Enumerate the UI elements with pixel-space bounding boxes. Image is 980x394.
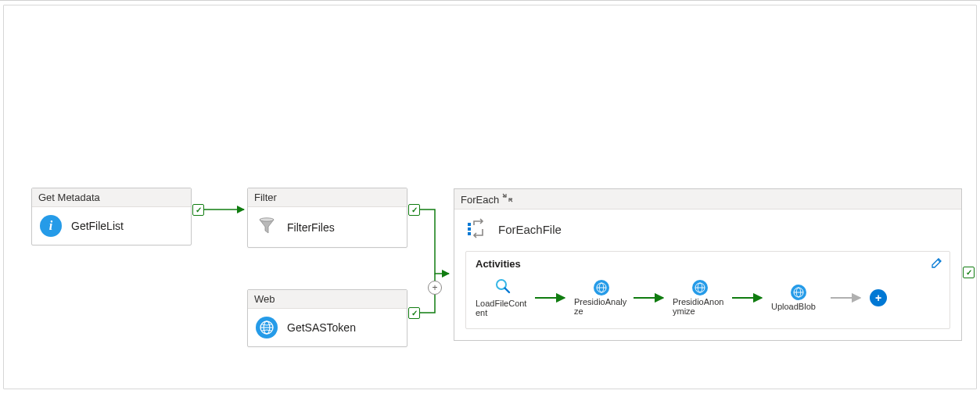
lookup-icon (494, 278, 512, 297)
window-top-border (0, 0, 980, 1)
svg-rect-5 (468, 227, 471, 231)
flow-arrow (732, 293, 766, 303)
globe-icon (594, 280, 609, 296)
inner-activity-presidioanonymize[interactable]: PresidioAnonymize (673, 280, 727, 316)
activity-web[interactable]: Web GetSASToken (247, 289, 407, 347)
edit-icon[interactable] (931, 256, 943, 271)
inner-activity-label: PresidioAnalyze (574, 297, 629, 316)
activity-filter[interactable]: Filter FilterFiles (247, 188, 407, 248)
svg-rect-6 (468, 232, 471, 235)
inner-activity-label: LoadFileContent (476, 299, 530, 317)
activity-header: Get Metadata (32, 188, 191, 207)
inner-activity-uploadblob[interactable]: UploadBlob (771, 285, 826, 311)
activity-type-label: Web (254, 293, 275, 305)
globe-icon (791, 285, 806, 300)
inner-activity-label: PresidioAnonymize (673, 297, 727, 316)
check-icon: ✓ (411, 309, 418, 317)
activity-name: GetFileList (71, 220, 124, 232)
check-icon: ✓ (966, 268, 972, 277)
inner-activity-presidioanalyze[interactable]: PresidioAnalyze (574, 280, 629, 316)
activity-name: FilterFiles (287, 221, 335, 234)
activity-header: Web (248, 290, 407, 309)
activity-name: ForEachFile (498, 223, 562, 236)
collapse-icon[interactable] (502, 194, 513, 206)
activity-name: GetSASToken (287, 321, 356, 334)
flow-arrow (535, 293, 569, 303)
flow-arrow (634, 293, 668, 303)
activities-panel: Activities LoadFileContent (465, 251, 950, 329)
info-icon: i (40, 215, 62, 237)
activity-header: Filter (248, 188, 407, 207)
svg-point-0 (260, 218, 274, 221)
activities-title: Activities (476, 258, 940, 270)
check-icon: ✓ (196, 206, 202, 214)
flow-arrow-end (831, 293, 865, 303)
svg-line-8 (505, 288, 510, 293)
funnel-icon (256, 215, 278, 239)
activity-foreach[interactable]: ForEach ForEachFile Activities (454, 188, 962, 341)
success-badge: ✓ (408, 204, 420, 216)
svg-rect-4 (468, 223, 471, 226)
activity-get-metadata[interactable]: Get Metadata i GetFileList (31, 188, 192, 245)
activity-type-label: Get Metadata (38, 192, 100, 203)
add-branch-button[interactable]: + (428, 281, 442, 295)
success-badge: ✓ (963, 267, 975, 278)
foreach-icon (465, 217, 487, 242)
activities-row: LoadFileContent PresidioAnalyze (476, 278, 940, 317)
inner-activity-label: UploadBlob (771, 302, 826, 311)
globe-icon (256, 317, 278, 338)
success-badge: ✓ (192, 204, 204, 216)
check-icon: ✓ (411, 206, 418, 214)
success-badge: ✓ (408, 307, 420, 319)
activity-type-label: Filter (254, 192, 277, 203)
activity-header: ForEach (454, 189, 961, 210)
inner-activity-loadfilecontent[interactable]: LoadFileContent (476, 278, 530, 317)
globe-icon (692, 280, 708, 296)
activity-type-label: ForEach (461, 194, 499, 206)
add-activity-button[interactable]: + (870, 289, 887, 306)
